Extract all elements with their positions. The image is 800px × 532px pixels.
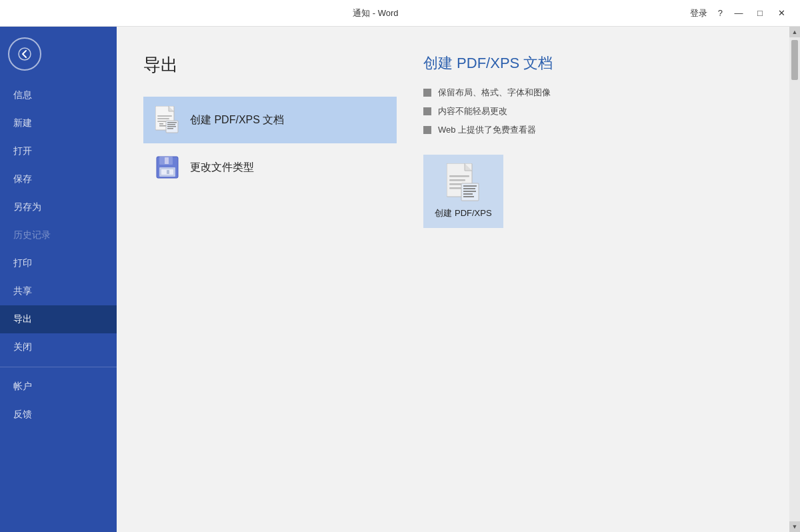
sidebar-item-info[interactable]: 信息: [0, 81, 117, 109]
scrollbar[interactable]: ▲ ▼: [789, 27, 800, 532]
svg-rect-16: [165, 157, 169, 164]
svg-rect-26: [449, 187, 463, 189]
change-filetype-option[interactable]: 更改文件类型: [143, 146, 397, 189]
help-button[interactable]: ?: [718, 8, 723, 18]
svg-rect-23: [449, 175, 469, 177]
sidebar-item-save[interactable]: 保存: [0, 165, 117, 193]
svg-rect-19: [167, 170, 169, 174]
pdf-document-icon: [155, 106, 179, 134]
login-button[interactable]: 登录: [690, 7, 707, 19]
create-pdf-xps-button[interactable]: 创建 PDF/XPS: [423, 155, 503, 228]
change-filetype-label: 更改文件类型: [190, 161, 254, 175]
sidebar-item-print[interactable]: 打印: [0, 249, 117, 277]
feature-item-1: 保留布局、格式、字体和图像: [423, 87, 780, 99]
export-options-list: 创建 PDF/XPS 文档 更改文件类型: [143, 97, 397, 189]
right-panel-title: 创建 PDF/XPS 文档: [423, 53, 780, 73]
sidebar-item-export[interactable]: 导出: [0, 305, 117, 333]
create-pdf-xps-option[interactable]: 创建 PDF/XPS 文档: [143, 97, 397, 143]
content-area: 导出: [117, 27, 800, 532]
minimize-button[interactable]: —: [728, 4, 749, 23]
sidebar-item-close[interactable]: 关闭: [0, 333, 117, 361]
svg-rect-32: [463, 196, 474, 197]
sidebar-item-account[interactable]: 帐户: [0, 373, 117, 401]
close-button[interactable]: ✕: [771, 4, 792, 23]
create-pdf-xps-label: 创建 PDF/XPS 文档: [190, 113, 284, 127]
svg-rect-28: [463, 185, 477, 187]
back-button[interactable]: [8, 37, 41, 71]
svg-rect-11: [167, 124, 175, 125]
sidebar-divider: [0, 367, 117, 367]
create-pdf-icon: [447, 163, 480, 202]
svg-rect-12: [167, 126, 176, 127]
sidebar-item-history: 历史记录: [0, 221, 117, 249]
sidebar-item-saveas[interactable]: 另存为: [0, 193, 117, 221]
feature-list: 保留布局、格式、字体和图像 内容不能轻易更改 Web 上提供了免费查看器: [423, 87, 780, 136]
sidebar-item-share[interactable]: 共享: [0, 277, 117, 305]
svg-rect-7: [159, 123, 163, 125]
svg-rect-31: [463, 193, 473, 195]
titlebar: 通知 - Word 登录 ? — □ ✕: [0, 0, 800, 27]
bullet-icon-3: [423, 126, 431, 134]
restore-button[interactable]: □: [749, 4, 771, 23]
svg-rect-4: [157, 115, 172, 117]
create-pdf-xps-button-label: 创建 PDF/XPS: [435, 207, 491, 219]
svg-rect-8: [159, 125, 166, 127]
svg-rect-10: [167, 122, 177, 123]
svg-rect-5: [157, 118, 169, 119]
scrollbar-up-button[interactable]: ▲: [789, 27, 800, 37]
sidebar-item-open[interactable]: 打开: [0, 137, 117, 165]
scrollbar-down-button[interactable]: ▼: [789, 521, 800, 532]
scrollbar-thumb[interactable]: [791, 40, 798, 80]
bullet-icon-1: [423, 89, 431, 97]
svg-rect-30: [463, 191, 476, 192]
feature-item-2: 内容不能轻易更改: [423, 105, 780, 117]
sidebar: 信息 新建 打开 保存 另存为 历史记录 打印 共享 导出 关闭 帐户: [0, 27, 117, 532]
sidebar-item-feedback[interactable]: 反馈: [0, 401, 117, 429]
svg-rect-13: [167, 128, 173, 129]
svg-rect-24: [449, 179, 465, 181]
app-body: 信息 新建 打开 保存 另存为 历史记录 打印 共享 导出 关闭 帐户: [0, 27, 800, 532]
bullet-icon-2: [423, 107, 431, 115]
svg-point-0: [19, 48, 31, 60]
right-panel: 创建 PDF/XPS 文档 保留布局、格式、字体和图像 内容不能轻易更改 Web…: [423, 53, 780, 228]
titlebar-title: 通知 - Word: [61, 7, 690, 19]
floppy-disk-icon: [155, 155, 179, 179]
feature-item-3: Web 上提供了免费查看器: [423, 124, 780, 136]
sidebar-item-new[interactable]: 新建: [0, 109, 117, 137]
svg-rect-29: [463, 188, 475, 189]
